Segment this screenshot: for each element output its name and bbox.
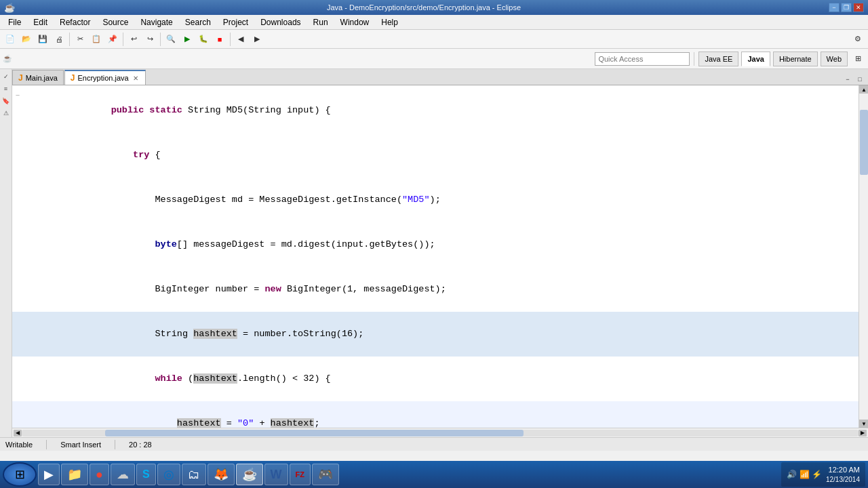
sep3 <box>160 33 161 46</box>
code-editor[interactable]: − public static String MD5(String input)… <box>12 85 859 428</box>
outlook-icon: ◎ <box>163 467 174 482</box>
hscroll-track <box>22 430 859 436</box>
menu-navigate[interactable]: Navigate <box>135 15 178 29</box>
sidebar-tasks-icon[interactable]: ✓ <box>1 72 11 81</box>
toolbar-prev[interactable]: ◀ <box>233 32 248 47</box>
eclipse-icon: ☕ <box>242 467 257 482</box>
taskbar-wmp[interactable]: ▶ <box>38 464 60 485</box>
taskbar-filezilla[interactable]: FZ <box>290 464 311 485</box>
editor-region: ✓ ≡ 🔖 ⚠ J Main.java J Encryption.java ✕ … <box>0 69 868 437</box>
tray-time-date: 12:20 AM 12/13/2014 <box>826 465 860 483</box>
editor-with-scrollbar: − public static String MD5(String input)… <box>12 85 868 428</box>
menu-file[interactable]: File <box>3 15 26 29</box>
tab-minimize[interactable]: − <box>842 74 853 85</box>
menu-source[interactable]: Source <box>97 15 134 29</box>
quick-access-input[interactable] <box>595 52 690 66</box>
editor-container: J Main.java J Encryption.java ✕ − □ − <box>12 69 868 437</box>
perspective-java-ee[interactable]: Java EE <box>698 52 738 66</box>
vm-icon: ☁ <box>117 467 129 482</box>
menu-downloads[interactable]: Downloads <box>255 15 306 29</box>
hscroll-right[interactable]: ▶ <box>859 430 867 436</box>
perspective-web[interactable]: Web <box>821 52 848 66</box>
tab-main-java[interactable]: J Main.java <box>12 70 64 85</box>
tab-encryption-java[interactable]: J Encryption.java ✕ <box>64 70 146 85</box>
menu-run[interactable]: Run <box>308 15 334 29</box>
menu-project[interactable]: Project <box>218 15 254 29</box>
perspective-java[interactable]: Java <box>741 52 770 66</box>
perspective-hibernate[interactable]: Hibernate <box>773 52 818 66</box>
vscroll-thumb[interactable] <box>860 110 868 175</box>
taskbar-outlook[interactable]: ◎ <box>157 464 180 485</box>
taskbar-chrome[interactable]: ● <box>90 464 109 485</box>
menu-search[interactable]: Search <box>180 15 216 29</box>
sidebar-bookmarks-icon[interactable]: 🔖 <box>1 96 11 106</box>
taskbar-vm[interactable]: ☁ <box>111 464 135 485</box>
toolbar-cut[interactable]: ✂ <box>73 32 87 47</box>
code-line-3: MessageDigest md = MessageDigest.getInst… <box>12 178 859 222</box>
toolbar-open[interactable]: 📂 <box>19 32 34 47</box>
minimize-button[interactable]: − <box>829 3 840 12</box>
hscroll-area[interactable]: ◀ ▶ <box>12 428 868 437</box>
tab-maximize[interactable]: □ <box>854 74 865 85</box>
toolbar-debug[interactable]: 🐛 <box>196 32 211 47</box>
status-writable: Writable <box>5 441 33 449</box>
toolbar-save[interactable]: 💾 <box>35 32 50 47</box>
sep2 <box>123 33 123 46</box>
taskbar-firefox[interactable]: 🦊 <box>208 464 235 485</box>
menu-refactor[interactable]: Refactor <box>54 15 96 29</box>
taskbar-explorer[interactable]: 📁 <box>61 464 88 485</box>
code-content-6: String hashtext = number.toString(16); <box>23 312 845 357</box>
tab-main-java-label: Main.java <box>26 74 58 82</box>
hscroll-thumb[interactable] <box>105 430 524 436</box>
toolbar-new[interactable]: 📄 <box>3 32 18 47</box>
hscroll-left[interactable]: ◀ <box>14 430 22 436</box>
toolbar-copy[interactable]: 📋 <box>89 32 104 47</box>
tray-icons: 🔊 📶 ⚡ <box>787 470 822 479</box>
tab-encryption-icon: J <box>71 73 75 83</box>
explorer-icon: 📁 <box>67 467 82 482</box>
status-position: 20 : 28 <box>129 441 152 449</box>
taskbar-skype[interactable]: S <box>136 464 156 485</box>
menu-window[interactable]: Window <box>335 15 375 29</box>
toolbar-settings[interactable]: ⚙ <box>850 32 865 47</box>
vscroll-down[interactable]: ▼ <box>859 420 868 428</box>
status-bar: Writable Smart Insert 20 : 28 <box>0 437 868 451</box>
code-line-5: BigInteger number = new BigInteger(1, me… <box>12 267 859 312</box>
tab-controls: − □ <box>842 74 868 85</box>
code-line-7: while (hashtext.length() < 32) { <box>12 357 859 401</box>
taskbar-files[interactable]: 🗂 <box>182 464 206 485</box>
tray-date: 12/13/2014 <box>826 475 860 484</box>
toolbar-paste[interactable]: 📌 <box>105 32 120 47</box>
toolbar-redo[interactable]: ↪ <box>142 32 157 47</box>
code-line-2: try { <box>12 133 859 178</box>
tray-time: 12:20 AM <box>826 465 860 474</box>
toolbar-undo[interactable]: ↩ <box>126 32 141 47</box>
toolbar-print[interactable]: 🖨 <box>52 32 66 47</box>
perspective-open[interactable]: ⊞ <box>850 52 865 66</box>
toolbar-run[interactable]: ▶ <box>180 32 195 47</box>
toolbar-stop[interactable]: ■ <box>212 32 227 47</box>
vscroll-up[interactable]: ▲ <box>859 85 868 94</box>
code-content-3: MessageDigest md = MessageDigest.getInst… <box>23 178 845 222</box>
code-content-8: hashtext = "0" + hashtext; <box>23 401 845 428</box>
taskbar-eclipse[interactable]: ☕ <box>236 464 263 485</box>
restore-button[interactable]: ❐ <box>841 3 852 12</box>
files-icon: 🗂 <box>188 468 200 482</box>
vscroll-bar[interactable]: ▲ ▼ <box>859 85 868 428</box>
toolbar-next[interactable]: ▶ <box>250 32 264 47</box>
tab-encryption-close[interactable]: ✕ <box>132 75 140 82</box>
menu-help[interactable]: Help <box>376 15 403 29</box>
start-button[interactable]: ⊞ <box>3 462 37 487</box>
menu-edit[interactable]: Edit <box>28 15 53 29</box>
chrome-icon: ● <box>96 468 103 482</box>
taskbar-word[interactable]: W <box>264 464 288 485</box>
close-button[interactable]: ✕ <box>853 3 864 12</box>
code-line-1: − public static String MD5(String input)… <box>12 88 859 133</box>
sidebar-outline-icon[interactable]: ≡ <box>1 84 11 94</box>
title-bar: ☕ Java - DemoEncryption/src/demo/Encrypt… <box>0 0 868 15</box>
taskbar-game[interactable]: 🎮 <box>312 464 339 485</box>
status-sep1 <box>46 440 47 449</box>
sidebar-problems-icon[interactable]: ⚠ <box>1 108 11 118</box>
fold-gutter-1[interactable]: − <box>12 88 23 103</box>
toolbar-search[interactable]: 🔍 <box>163 32 178 47</box>
